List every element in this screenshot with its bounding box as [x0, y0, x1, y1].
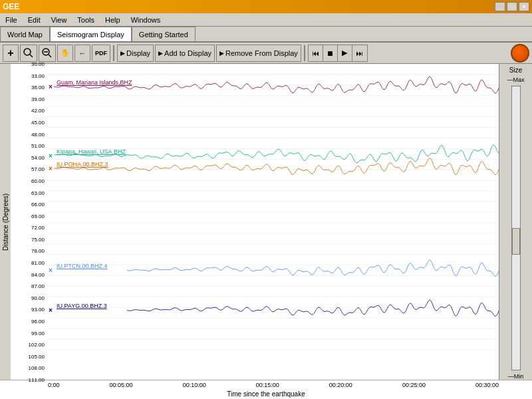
toolbar: + ✋ ← PDF ▶ Display ▶ Add to Display ▶ R…: [0, 43, 532, 64]
y-tick: 72.00: [31, 225, 45, 231]
close-button[interactable]: ×: [519, 2, 529, 11]
y-tick: 81.00: [31, 260, 45, 266]
zoom-button[interactable]: [20, 45, 37, 62]
svg-text:×: ×: [49, 307, 53, 314]
y-tick: 30.00: [31, 61, 45, 67]
svg-text:×: ×: [49, 267, 53, 274]
add-to-display-button[interactable]: ▶ Add to Display: [155, 45, 215, 62]
y-tick: 51.00: [31, 143, 45, 149]
size-label: Size: [509, 66, 522, 74]
display-button[interactable]: ▶ Display: [117, 45, 154, 62]
svg-text:IU.PAYG.00.BHZ.3: IU.PAYG.00.BHZ.3: [57, 303, 107, 309]
y-tick: 33.00: [31, 72, 45, 78]
min-label: —Min: [508, 373, 524, 380]
y-axis: 30.0033.0036.0039.0042.0045.0048.0051.00…: [11, 64, 47, 380]
y-axis-label: Distance (Degrees): [0, 64, 11, 380]
chart-area: 30.0033.0036.0039.0042.0045.0048.0051.00…: [11, 64, 532, 380]
remove-from-display-button[interactable]: ▶ Remove From Display: [216, 45, 301, 62]
menu-bar: File Edit View Tools Help Windows: [0, 13, 532, 27]
menu-edit[interactable]: Edit: [25, 15, 43, 25]
svg-line-1: [30, 55, 33, 57]
x-tick: 00:05:00: [110, 382, 133, 388]
playback-controls[interactable]: ⏮ ⏹ ▶ ⏭: [308, 45, 368, 62]
svg-text:Guam, Mariana Islands,BHZ: Guam, Mariana Islands,BHZ: [57, 79, 132, 86]
menu-tools[interactable]: Tools: [74, 15, 97, 25]
y-tick: 60.00: [31, 178, 45, 184]
menu-file[interactable]: File: [3, 15, 20, 25]
x-tick: 00:15:00: [256, 382, 279, 388]
x-axis-label: Time since the earthquake: [0, 388, 532, 399]
scrollbar-thumb[interactable]: [512, 228, 520, 255]
y-tick: 66.00: [31, 201, 45, 207]
x-tick: 0:00: [48, 382, 60, 388]
play-button[interactable]: ▶: [338, 45, 352, 61]
y-tick: 63.00: [31, 190, 45, 196]
max-label: —Max: [507, 76, 524, 83]
svg-rect-6: [47, 64, 499, 380]
tab-getting-started[interactable]: Getting Started: [132, 27, 196, 41]
seismogram-canvas[interactable]: × × × × × Guam, Mariana Islands,BHZKipap…: [47, 64, 499, 380]
tab-world-map[interactable]: World Map: [0, 27, 50, 41]
pdf-button[interactable]: PDF: [92, 45, 110, 62]
x-tick: 00:10:00: [183, 382, 206, 388]
menu-windows[interactable]: Windows: [128, 15, 164, 25]
right-panel: Size —Max —Min: [499, 64, 532, 380]
menu-help[interactable]: Help: [102, 15, 123, 25]
stop-button[interactable]: ⏹: [323, 45, 338, 61]
y-tick: 48.00: [31, 131, 45, 137]
svg-text:×: ×: [49, 83, 53, 90]
y-tick: 105.00: [29, 353, 45, 359]
tab-bar: World Map Seismogram Display Getting Sta…: [0, 27, 532, 43]
y-tick: 96.00: [31, 319, 45, 325]
tab-seismogram-display[interactable]: Seismogram Display: [50, 27, 132, 41]
remove-label: Remove From Display: [225, 49, 298, 57]
svg-text:Kipapa, Hawaii, USA,BHZ: Kipapa, Hawaii, USA,BHZ: [57, 148, 126, 155]
y-tick: 57.00: [31, 166, 45, 172]
y-tick: 36.00: [31, 84, 45, 90]
skip-back-button[interactable]: ⏮: [309, 45, 323, 61]
svg-text:IU.POHA.00.BHZ.3: IU.POHA.00.BHZ.3: [57, 161, 108, 168]
y-tick: 84.00: [31, 271, 45, 277]
y-tick: 39.00: [31, 96, 45, 102]
pan-button[interactable]: ✋: [57, 45, 73, 62]
zoom-in-button[interactable]: +: [3, 45, 19, 62]
y-tick: 108.00: [29, 365, 45, 371]
svg-text:IU.PTCN.00.BHZ.4: IU.PTCN.00.BHZ.4: [57, 263, 108, 269]
y-tick: 87.00: [31, 283, 45, 289]
y-tick: 69.00: [31, 213, 45, 219]
y-tick: 90.00: [31, 295, 45, 301]
svg-point-0: [24, 49, 31, 55]
display-label: Display: [126, 49, 150, 57]
skip-forward-button[interactable]: ⏭: [352, 45, 367, 61]
title-bar: GEE _ □ ×: [0, 0, 532, 13]
back-button[interactable]: ←: [74, 45, 90, 62]
y-tick: 54.00: [31, 154, 45, 160]
y-tick: 111.00: [29, 377, 45, 383]
y-tick: 102.00: [29, 342, 45, 348]
menu-view[interactable]: View: [49, 15, 70, 25]
svg-line-4: [49, 55, 51, 57]
separator-1: [113, 45, 114, 61]
x-axis: 0:0000:05:0000:10:0000:15:0000:20:0000:2…: [0, 380, 532, 388]
y-tick: 93.00: [31, 307, 45, 313]
svg-text:×: ×: [49, 152, 53, 160]
logo-button[interactable]: [511, 44, 529, 63]
y-tick: 78.00: [31, 248, 45, 254]
x-tick: 00:20:00: [329, 382, 352, 388]
separator-2: [304, 45, 305, 61]
size-scrollbar[interactable]: [511, 86, 521, 370]
zoom-out-button[interactable]: [39, 45, 56, 62]
y-tick: 99.00: [31, 330, 45, 336]
add-label: Add to Display: [164, 49, 211, 57]
x-tick: 00:30:00: [475, 382, 499, 388]
window-controls[interactable]: _ □ ×: [495, 2, 529, 11]
maximize-button[interactable]: □: [507, 2, 517, 11]
x-tick: 00:25:00: [402, 382, 426, 388]
app-title: GEE: [3, 2, 19, 11]
y-tick: 45.00: [31, 119, 45, 125]
minimize-button[interactable]: _: [495, 2, 505, 11]
y-tick: 75.00: [31, 236, 45, 242]
y-tick: 42.00: [31, 108, 45, 114]
svg-text:×: ×: [49, 165, 53, 172]
